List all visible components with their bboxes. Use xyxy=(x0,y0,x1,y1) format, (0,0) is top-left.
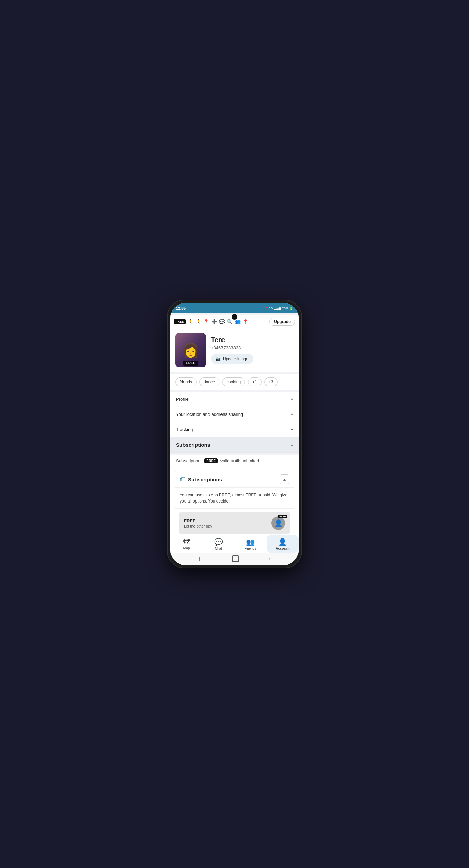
free-badge: FREE xyxy=(174,319,186,324)
subscriptions-content: Subscription: FREE valid until: unlimite… xyxy=(170,455,299,535)
chevron-down-tracking: ▾ xyxy=(291,427,293,432)
collapse-button[interactable]: ▴ xyxy=(280,474,289,484)
status-icons: 📍 5G ▂▄▆ 76% 🔋 xyxy=(264,307,293,310)
subscription-free-badge: FREE xyxy=(204,458,218,463)
phone-frame: 12:55 📍 5G ▂▄▆ 76% 🔋 FREE 🚶 🚶 📍 ➕ 💬 🔍 👥 … xyxy=(168,300,301,568)
update-image-button[interactable]: 📷 Update image xyxy=(211,354,253,364)
battery-icon: 🔋 xyxy=(289,307,293,310)
signal-bars: ▂▄▆ xyxy=(274,307,281,310)
subscription-label: Subscription: xyxy=(176,458,202,463)
inner-sub-header: 🏷 Subscriptions ▴ xyxy=(175,471,294,488)
profile-section: 👩 FREE Tere +34677333333 📷 Update image xyxy=(170,328,299,372)
inner-sub-title: 🏷 Subscriptions xyxy=(180,476,222,482)
heart-icon: 🏷 xyxy=(180,476,185,482)
chevron-up-subscriptions: ▴ xyxy=(291,443,293,447)
nav-chat-label: Chat xyxy=(215,547,222,550)
accordion-location-label: Your location and address sharing xyxy=(176,412,243,417)
accordion-tracking[interactable]: Tracking ▾ xyxy=(170,422,299,437)
plan-desc: Let the other pay xyxy=(184,524,212,528)
free-plan-card[interactable]: FREE Let the other pay FREE xyxy=(179,512,290,534)
plan-name: FREE xyxy=(184,518,212,523)
gesture-back-icon[interactable]: ‹ xyxy=(268,556,270,561)
person-icon-1: 🚶 xyxy=(188,319,193,324)
nav-account-label: Account xyxy=(276,547,289,550)
status-bar: 12:55 📍 5G ▂▄▆ 76% 🔋 xyxy=(170,303,299,313)
account-icon: 👤 xyxy=(278,538,287,546)
chat-icon: 💬 xyxy=(214,538,223,546)
upgrade-button[interactable]: Upgrade xyxy=(269,318,295,326)
tag-cooking[interactable]: cooking xyxy=(222,377,245,386)
gesture-bar: ||| ‹ xyxy=(170,553,299,565)
subscription-description: You can use this App FREE, almost FREE o… xyxy=(175,488,294,509)
camera-notch xyxy=(232,314,237,320)
update-image-label: Update image xyxy=(223,357,249,361)
tags-section: friends dance cooking +1 +3 xyxy=(170,374,299,390)
free-plan-avatar: FREE xyxy=(271,516,285,530)
bottom-nav: 🗺 Map 💬 Chat 👥 Friends 👤 Account xyxy=(170,535,299,553)
subscription-valid: valid until: unlimited xyxy=(220,458,259,463)
photo-free-badge: FREE xyxy=(183,361,198,366)
status-time: 12:55 xyxy=(176,306,186,310)
nav-account[interactable]: 👤 Account xyxy=(267,535,299,553)
gesture-lines-icon: ||| xyxy=(199,556,203,561)
accordion-subscriptions[interactable]: Subscriptions ▴ xyxy=(170,437,299,453)
gesture-home-icon[interactable] xyxy=(232,555,239,562)
battery-level: 76% xyxy=(282,307,288,310)
phone-screen: 12:55 📍 5G ▂▄▆ 76% 🔋 FREE 🚶 🚶 📍 ➕ 💬 🔍 👥 … xyxy=(170,303,299,565)
nav-map-label: Map xyxy=(183,546,190,550)
message-icon[interactable]: 💬 xyxy=(219,319,225,324)
profile-info: Tere +34677333333 📷 Update image xyxy=(211,336,294,364)
nav-friends[interactable]: 👥 Friends xyxy=(234,535,267,553)
nav-friends-label: Friends xyxy=(245,547,256,550)
map-icon: 🗺 xyxy=(183,538,190,546)
inner-subscription-card: 🏷 Subscriptions ▴ You can use this App F… xyxy=(175,471,294,535)
profile-name: Tere xyxy=(211,336,294,344)
chevron-down-profile: ▾ xyxy=(291,397,293,402)
accordion-tracking-label: Tracking xyxy=(176,427,193,432)
nav-map[interactable]: 🗺 Map xyxy=(170,535,203,553)
location-icon: 📍 xyxy=(264,307,268,310)
friends-icon: 👥 xyxy=(246,538,255,546)
signal-badge: 5G xyxy=(269,307,273,310)
current-subscription: Subscription: FREE valid until: unlimite… xyxy=(170,455,299,467)
search-person-icon[interactable]: 🔍 xyxy=(227,319,233,324)
add-person-icon[interactable]: ➕ xyxy=(211,319,217,324)
chevron-down-location: ▾ xyxy=(291,412,293,417)
profile-phone: +34677333333 xyxy=(211,345,294,350)
camera-icon: 📷 xyxy=(216,357,221,361)
free-plan-badge: FREE xyxy=(278,515,287,518)
main-content: 👩 FREE Tere +34677333333 📷 Update image … xyxy=(170,328,299,535)
accordion-profile-label: Profile xyxy=(176,397,189,402)
profile-photo-wrap: 👩 FREE xyxy=(175,333,206,367)
group-icon[interactable]: 👥 xyxy=(235,319,241,324)
tag-plus1[interactable]: +1 xyxy=(248,377,262,386)
person-icon-2: 🚶 xyxy=(195,319,201,324)
nav-chat[interactable]: 💬 Chat xyxy=(203,535,235,553)
accordion-location[interactable]: Your location and address sharing ▾ xyxy=(170,407,299,422)
location-pin-icon[interactable]: 📍 xyxy=(203,319,209,324)
tag-friends[interactable]: friends xyxy=(175,377,197,386)
location-share-icon[interactable]: 📍 xyxy=(243,319,249,324)
free-plan-text: FREE Let the other pay xyxy=(184,518,212,528)
tag-dance[interactable]: dance xyxy=(199,377,219,386)
accordion-subscriptions-label: Subscriptions xyxy=(176,442,210,448)
accordion-profile[interactable]: Profile ▾ xyxy=(170,392,299,407)
inner-sub-title-text: Subscriptions xyxy=(188,476,222,482)
tag-plus3[interactable]: +3 xyxy=(264,377,278,386)
